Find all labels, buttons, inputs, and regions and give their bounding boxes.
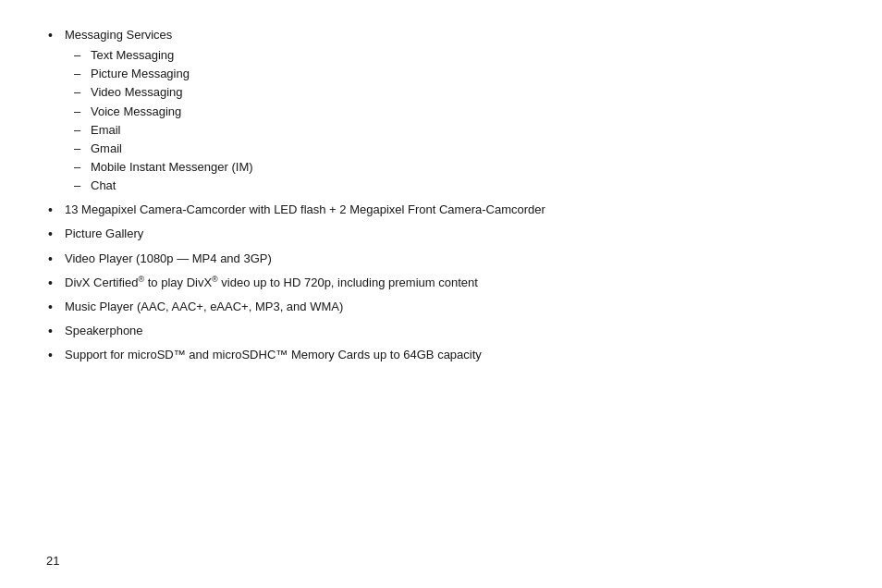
video-player-label: Video Player (1080p — MP4 and 3GP) [65,251,272,265]
sub-item-label: Voice Messaging [91,104,181,118]
page-number: 21 [46,554,59,568]
list-item-picture-gallery: Picture Gallery [46,225,836,243]
sub-item-label: Chat [91,178,116,192]
list-item-camera: 13 Megapixel Camera-Camcorder with LED f… [46,201,836,219]
messaging-sub-list: Text Messaging Picture Messaging Video M… [74,46,836,195]
list-item-video-player: Video Player (1080p — MP4 and 3GP) [46,250,836,268]
page-content: Messaging Services Text Messaging Pictur… [0,0,882,397]
list-item: Mobile Instant Messenger (IM) [74,158,836,177]
microsd-label: Support for microSD™ and microSDHC™ Memo… [65,348,482,361]
camera-label: 13 Megapixel Camera-Camcorder with LED f… [65,202,545,216]
music-player-label: Music Player (AAC, AAC+, eAAC+, MP3, and… [65,300,343,313]
sub-item-label: Mobile Instant Messenger (IM) [91,160,253,174]
messaging-services-label: Messaging Services [65,28,172,42]
list-item: Video Messaging [74,83,836,102]
list-item-divx: DivX Certified® to play DivX® video up t… [46,274,836,292]
sub-item-label: Video Messaging [91,85,183,99]
list-item: Picture Messaging [74,65,836,83]
sub-item-label: Gmail [91,141,122,155]
sub-item-label: Email [91,123,121,137]
list-item: Text Messaging [74,46,836,65]
picture-gallery-label: Picture Gallery [65,227,143,240]
list-item: Chat [74,177,836,195]
divx-label: DivX Certified® to play DivX® video up t… [65,276,478,289]
list-item-messaging: Messaging Services Text Messaging Pictur… [46,26,836,195]
list-item-music-player: Music Player (AAC, AAC+, eAAC+, MP3, and… [46,298,836,316]
list-item: Email [74,121,836,140]
sub-item-label: Text Messaging [91,48,174,62]
list-item-speakerphone: Speakerphone [46,322,836,340]
list-item: Gmail [74,140,836,158]
main-list: Messaging Services Text Messaging Pictur… [46,26,836,365]
speakerphone-label: Speakerphone [65,324,143,337]
list-item-microsd: Support for microSD™ and microSDHC™ Memo… [46,346,836,364]
list-item: Voice Messaging [74,103,836,121]
sub-item-label: Picture Messaging [91,67,190,80]
